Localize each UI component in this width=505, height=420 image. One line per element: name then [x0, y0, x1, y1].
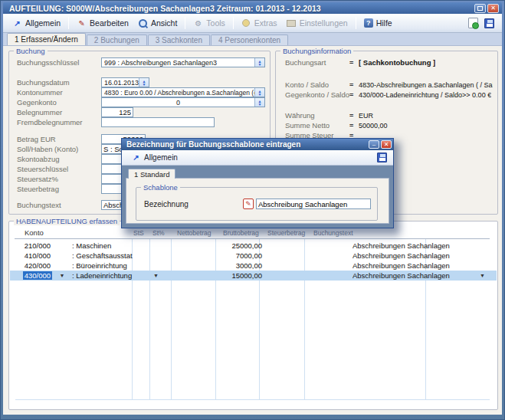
- menu-einstellungen[interactable]: Einstellungen: [282, 17, 353, 30]
- buchungsdatum-input[interactable]: 16.01.2013 /Mi: [101, 77, 149, 87]
- column-header-konto[interactable]: Konto: [25, 228, 44, 237]
- table-row-selected[interactable]: 430/000 ▼ : Ladeneinrichtung ▼ 15000,00 …: [10, 271, 497, 281]
- extras-icon: [241, 18, 251, 28]
- field-label: Buchungsschlüssel: [17, 58, 101, 67]
- dialog-close-button[interactable]: ✕: [381, 140, 392, 149]
- dialog-tab-standard[interactable]: 1 Standard: [128, 169, 175, 179]
- menu-label: Tools: [206, 18, 225, 28]
- tab-buchungen[interactable]: 2 Buchungen: [87, 34, 147, 45]
- edit-pencil-icon[interactable]: ✎: [243, 199, 254, 209]
- field-label: Belegnummer: [17, 108, 101, 116]
- tools-icon: ⚙: [193, 18, 203, 28]
- group-caption: HABENAUFTEILUNG erfassen: [14, 217, 120, 225]
- menu-label: Allgemein: [25, 18, 61, 28]
- dialog-toolbar: ↗ Allgemein: [122, 150, 393, 166]
- cell-konto: 210/000: [23, 241, 52, 250]
- field-label: Kontonummer: [17, 88, 101, 97]
- gegenkonto-combo[interactable]: 0: [101, 97, 265, 107]
- field-kontonummer: Kontonummer 4830 : Euro 0.00 / Abschreib…: [17, 87, 265, 97]
- cell-name: : Ladeneinrichtung: [72, 271, 153, 280]
- table-header: Konto StS St% Nettobetrag Bruttobetrag S…: [15, 228, 490, 238]
- cell-buchungstext: Abschreibungen Sachanlagen: [353, 271, 464, 280]
- menu-label: Ansicht: [151, 18, 177, 28]
- column-header-steuer[interactable]: Steuerbetrag: [267, 229, 305, 237]
- cell-buchungstext: Abschreibungen Sachanlagen: [353, 251, 464, 260]
- bezeichnung-input[interactable]: [256, 199, 371, 209]
- field-buchungsdatum: Buchungsdatum 16.01.2013 /Mi: [17, 77, 265, 87]
- dropdown-arrow-icon[interactable]: ▼: [52, 273, 72, 278]
- column-header-netto[interactable]: Nettobetrag: [177, 229, 211, 237]
- jump-arrow-icon: ↗: [12, 18, 22, 28]
- table-row[interactable]: 210/000 : Maschinen 25000,00 Abschreibun…: [10, 241, 497, 251]
- dialog-menu-allgemein[interactable]: ↗ Allgemein: [128, 152, 181, 163]
- table-row[interactable]: 420/000 : Büroeinrichtung 3000,00 Abschr…: [10, 261, 497, 271]
- field-label: Steuerschlüssel: [17, 165, 101, 173]
- spinner-icon[interactable]: [139, 78, 149, 87]
- menu-separator: [68, 17, 69, 29]
- new-document-icon[interactable]: [468, 18, 478, 28]
- equals-bullet: =: [349, 112, 359, 120]
- equals-bullet: =: [349, 59, 359, 67]
- info-row-gegenkonto-saldo: Gegenkonto / Saldo = 430/000-Ladeneinric…: [285, 90, 493, 100]
- app-window: AUFTEILUNG: S000W/Abschreibungen Sachanl…: [0, 0, 505, 420]
- edit-icon: ✎: [77, 18, 87, 28]
- save-icon[interactable]: [484, 18, 494, 28]
- menu-bearbeiten[interactable]: ✎ Bearbeiten: [72, 17, 133, 30]
- cell-buchungstext: Abschreibungen Sachanlagen: [353, 261, 464, 270]
- spinner-icon[interactable]: [254, 88, 264, 97]
- window-titlebar: AUFTEILUNG: S000W/Abschreibungen Sachanl…: [3, 2, 502, 14]
- tab-personenkonten[interactable]: 4 Personenkonten: [211, 34, 288, 45]
- group-caption: Buchungsinformation: [280, 47, 353, 55]
- menu-ansicht[interactable]: Ansicht: [133, 17, 182, 30]
- dialog-save-icon[interactable]: [377, 153, 387, 162]
- group-schablone: Schablone Bezeichnung ✎: [136, 187, 378, 221]
- tab-sachkonten[interactable]: 3 Sachkonten: [148, 34, 210, 45]
- menu-separator: [233, 17, 234, 29]
- spinner-icon[interactable]: [254, 98, 264, 107]
- dialog-minimize-button[interactable]: –: [369, 140, 379, 149]
- kontonummer-combo[interactable]: 4830 : Euro 0.00 / Abschreibungen a.Sach…: [101, 87, 265, 97]
- jump-arrow-icon: ↗: [131, 153, 141, 162]
- dropdown-arrow-icon[interactable]: ▼: [480, 273, 495, 278]
- close-button[interactable]: ✕: [487, 4, 499, 13]
- folder-icon: [287, 18, 297, 28]
- field-label: Soll/Haben (Konto): [17, 145, 101, 153]
- field-label: Buchungstext: [17, 201, 101, 209]
- cell-netto: 15000,00: [218, 271, 262, 280]
- field-buchungsschluessel: Buchungsschlüssel 999 : Abschreibungen S…: [17, 57, 265, 67]
- dialog-titlebar: Bezeichnung für Buchungsschablone eintra…: [122, 139, 393, 150]
- fremdbelegnummer-input[interactable]: [101, 117, 215, 127]
- column-header-sts[interactable]: StS: [133, 229, 144, 237]
- dialog-title: Bezeichnung für Buchungsschablone eintra…: [126, 140, 367, 149]
- menu-label: Hilfe: [376, 18, 392, 28]
- dialog-body: 1 Standard Schablone Bezeichnung ✎: [122, 166, 393, 228]
- menu-label: Allgemein: [144, 153, 178, 162]
- info-row-konto-saldo: Konto / Saldo = 4830-Abschreibungen a.Sa…: [285, 80, 493, 90]
- cell-name: : Geschäftsausstat: [72, 251, 153, 260]
- combo-value: 4830 : Euro 0.00 / Abschreibungen a.Sach…: [102, 89, 264, 97]
- column-header-text[interactable]: Buchungstext: [313, 229, 353, 237]
- belegnummer-input[interactable]: [101, 107, 133, 117]
- menu-tools[interactable]: ⚙ Tools: [189, 17, 230, 30]
- spinner-icon[interactable]: [254, 58, 264, 67]
- menu-separator: [185, 17, 185, 29]
- column-header-stp[interactable]: St%: [152, 229, 165, 237]
- menu-label: Extras: [254, 18, 277, 28]
- buchungsschluessel-combo[interactable]: 999 : Abschreibungen Sachanlagen3: [101, 57, 265, 67]
- menu-extras[interactable]: Extras: [237, 17, 282, 30]
- table-row[interactable]: 410/000 : Geschäftsausstat 7000,00 Absch…: [10, 251, 497, 261]
- restore-button[interactable]: [474, 4, 486, 13]
- group-habenaufteilung: HABENAUFTEILUNG erfassen Konto StS St% N…: [8, 221, 498, 410]
- menu-allgemein[interactable]: ↗ Allgemein: [8, 17, 65, 30]
- tab-erfassen-aendern[interactable]: 1 Erfassen/Ändern: [7, 33, 86, 45]
- menu-hilfe[interactable]: ? Hilfe: [359, 17, 397, 29]
- info-row-waehrung: Währung = EUR: [285, 110, 493, 120]
- dropdown-arrow-icon[interactable]: ▼: [153, 273, 176, 278]
- column-header-brutto[interactable]: Bruttobetrag: [223, 229, 259, 237]
- combo-value: 999 : Abschreibungen Sachanlagen3: [102, 59, 229, 67]
- cell-netto: 3000,00: [218, 261, 262, 270]
- cell-konto: 410/000: [23, 251, 52, 260]
- equals-bullet: =: [349, 91, 359, 99]
- field-label: Steuersatz%: [17, 175, 101, 183]
- combo-value: 0: [102, 99, 264, 107]
